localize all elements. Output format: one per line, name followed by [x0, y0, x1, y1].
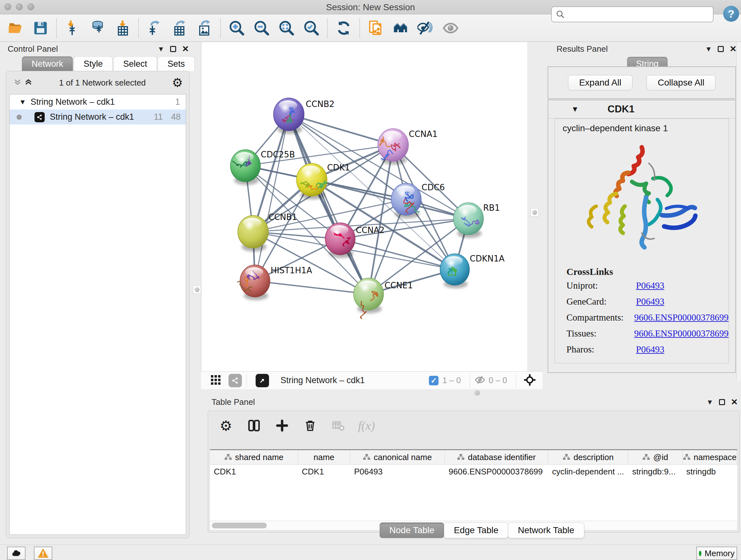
table-panel-collapse-icon[interactable]: ▼: [706, 398, 713, 407]
control-panel-collapse-icon[interactable]: ▼: [157, 45, 164, 53]
network-node-cdk1[interactable]: [296, 164, 327, 199]
import-database-button[interactable]: [87, 17, 108, 39]
results-scrollbar[interactable]: [736, 42, 741, 381]
zoom-selected-button[interactable]: [301, 17, 322, 39]
network-share-toggle-icon[interactable]: [228, 374, 242, 387]
control-panel-float-icon[interactable]: [170, 46, 176, 52]
right-splitter-handle[interactable]: [530, 208, 539, 216]
home-networks-button[interactable]: [390, 17, 411, 39]
network-node-cdc25b[interactable]: [230, 150, 260, 185]
gene-section-header[interactable]: ▼ CDK1: [548, 100, 735, 118]
refresh-button[interactable]: [333, 17, 354, 39]
left-splitter-handle[interactable]: [193, 286, 201, 294]
table-cell[interactable]: 9606.ENSP00000378699: [445, 464, 548, 479]
network-node-cdkn1a[interactable]: [440, 254, 469, 288]
import-table-button[interactable]: [112, 17, 133, 39]
network-edge[interactable]: [255, 114, 289, 281]
open-session-button[interactable]: [5, 17, 26, 39]
string-import-button[interactable]: [365, 17, 387, 39]
import-network-button[interactable]: [62, 17, 83, 39]
results-panel-close-icon[interactable]: ✕: [730, 44, 737, 54]
table-cell[interactable]: stringdb:9...: [628, 464, 682, 479]
tree-expander-icon[interactable]: ▼: [19, 98, 26, 106]
expand-all-networks-icon[interactable]: [24, 78, 33, 88]
zoom-fit-button[interactable]: [276, 17, 297, 39]
table-cell[interactable]: CDK1: [298, 464, 350, 479]
selected-checkbox-icon[interactable]: ✓: [429, 376, 439, 385]
network-node-ccna2[interactable]: [325, 223, 355, 258]
column-header-name[interactable]: name: [298, 450, 350, 464]
birds-eye-view-icon[interactable]: [210, 374, 221, 387]
zoom-in-button[interactable]: [226, 17, 247, 39]
show-columns-icon[interactable]: [246, 417, 262, 434]
tab-style[interactable]: Style: [74, 56, 113, 71]
tab-select[interactable]: Select: [113, 56, 157, 71]
network-node-ccnb2[interactable]: [273, 98, 304, 134]
tab-node-table[interactable]: Node Table: [380, 522, 444, 538]
table-panel-float-icon[interactable]: [719, 399, 725, 405]
column-header--id[interactable]: @id: [628, 450, 682, 464]
tab-sets[interactable]: Sets: [158, 56, 195, 71]
column-header-database-identifier[interactable]: database identifier: [445, 450, 548, 464]
column-header-namespace[interactable]: namespace: [683, 450, 737, 464]
table-cell[interactable]: CDK1: [210, 464, 298, 479]
expand-all-button[interactable]: Expand All: [568, 75, 632, 90]
results-panel-float-icon[interactable]: [718, 46, 724, 52]
memory-button[interactable]: Memory: [696, 547, 737, 560]
network-edge[interactable]: [255, 281, 368, 294]
network-node-rb1[interactable]: [454, 203, 483, 238]
control-panel-close-icon[interactable]: ✕: [182, 44, 189, 54]
network-row[interactable]: String Network – cdk1 11 48: [10, 110, 186, 125]
network-edge[interactable]: [340, 239, 455, 269]
string-network-graph[interactable]: CCNB2CCNA1CDC25BCDK1CDC6RB1CCNB1CCNA2CDK…: [201, 42, 528, 371]
network-edge[interactable]: [312, 180, 468, 219]
column-header-shared-name[interactable]: shared name: [210, 450, 298, 464]
network-collection-row[interactable]: ▼ String Network – cdk1 1: [10, 95, 186, 110]
network-node-cdc6[interactable]: [391, 183, 421, 219]
tab-network-table[interactable]: Network Table: [508, 522, 584, 538]
network-node-ccne1[interactable]: [354, 278, 384, 319]
crosslink-link[interactable]: P06493: [636, 280, 664, 291]
table-cell[interactable]: cyclin-dependent ...: [548, 464, 628, 479]
zoom-out-button[interactable]: [251, 17, 272, 39]
export-table-button[interactable]: [169, 17, 190, 39]
cloud-status-button[interactable]: [7, 547, 25, 560]
crosslink-link[interactable]: 9606.ENSP00000378699: [634, 328, 729, 339]
crosslink-link[interactable]: P06493: [636, 344, 664, 355]
scrollbar-thumb[interactable]: [212, 523, 267, 528]
hide-panel-button[interactable]: [415, 17, 436, 39]
table-cell[interactable]: stringdb: [683, 464, 737, 479]
table-settings-gear-icon[interactable]: ⚙: [218, 417, 234, 434]
save-session-button[interactable]: [30, 17, 51, 39]
collapse-all-networks-icon[interactable]: [13, 78, 22, 88]
collapse-all-button[interactable]: Collapse All: [647, 75, 716, 90]
gene-expander-icon[interactable]: ▼: [571, 105, 579, 114]
open-in-new-window-icon[interactable]: [256, 374, 269, 387]
add-column-icon[interactable]: [274, 417, 290, 434]
table-panel-close-icon[interactable]: ✕: [731, 397, 738, 407]
crosslink-link[interactable]: P06493: [636, 296, 664, 307]
column-header-canonical-name[interactable]: canonical name: [350, 450, 445, 464]
table-cell[interactable]: P06493: [350, 464, 445, 479]
network-node-hist1h1a[interactable]: [238, 265, 270, 300]
column-header-description[interactable]: description: [548, 450, 628, 464]
horizontal-splitter-handle[interactable]: [475, 390, 480, 395]
delete-column-trash-icon[interactable]: [302, 417, 319, 434]
pan-crosshair-icon[interactable]: [523, 374, 536, 388]
results-panel-collapse-icon[interactable]: ▼: [705, 45, 712, 53]
export-image-button[interactable]: [194, 17, 215, 39]
export-network-button[interactable]: [144, 17, 165, 39]
network-canvas[interactable]: CCNB2CCNA1CDC25BCDK1CDC6RB1CCNB1CCNA2CDK…: [201, 42, 528, 371]
show-panel-button[interactable]: [440, 17, 461, 39]
help-button[interactable]: ?: [723, 6, 739, 22]
network-node-ccna1[interactable]: [378, 129, 408, 165]
crosslink-link[interactable]: 9606.ENSP00000378699: [634, 312, 729, 323]
network-edge[interactable]: [289, 114, 393, 145]
network-options-gear-icon[interactable]: ⚙: [172, 77, 183, 89]
tab-network[interactable]: Network: [22, 56, 73, 71]
warnings-button[interactable]: [34, 547, 52, 560]
tab-edge-table[interactable]: Edge Table: [444, 522, 509, 538]
hidden-eye-slash-icon[interactable]: [475, 374, 485, 387]
horizontal-splitter[interactable]: [201, 389, 741, 396]
table-row[interactable]: CDK1CDK1P064939606.ENSP00000378699cyclin…: [210, 464, 737, 479]
